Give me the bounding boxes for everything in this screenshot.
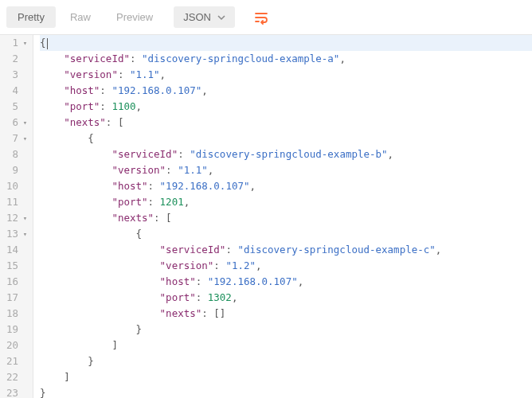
code-line[interactable]: "nexts": [] — [40, 306, 532, 322]
code-line[interactable]: "nexts": [ — [40, 115, 532, 131]
line-number: 10 — [6, 178, 26, 194]
line-number: 3 — [6, 67, 26, 83]
format-select[interactable]: JSON — [174, 6, 235, 28]
code-line[interactable]: } — [40, 353, 532, 369]
line-number: 17 — [6, 290, 26, 306]
tab-pretty[interactable]: Pretty — [6, 6, 56, 28]
wrap-icon — [254, 10, 268, 25]
code-line[interactable]: ] — [40, 338, 532, 353]
code-line[interactable]: "version": "1.1", — [40, 67, 532, 83]
response-toolbar: Pretty Raw Preview JSON — [0, 0, 532, 35]
code-line[interactable]: { — [40, 226, 532, 242]
line-number: 18 — [6, 306, 26, 322]
line-number: 15 — [6, 258, 26, 274]
code-line[interactable]: "host": "192.168.0.107", — [40, 178, 532, 194]
code-line[interactable]: "port": 1302, — [40, 290, 532, 306]
wrap-toggle-button[interactable] — [246, 6, 276, 29]
code-line[interactable]: } — [40, 385, 532, 398]
line-number: 9 — [6, 162, 26, 178]
line-number: 11 — [6, 194, 26, 210]
tab-raw[interactable]: Raw — [59, 6, 102, 28]
line-number: 7 — [6, 131, 26, 146]
code-line[interactable]: "version": "1.1", — [40, 162, 532, 178]
line-number: 16 — [6, 274, 26, 290]
code-line[interactable]: "version": "1.2", — [40, 258, 532, 274]
code-line[interactable]: { — [40, 131, 532, 146]
chevron-down-icon — [217, 14, 225, 21]
line-number: 2 — [6, 51, 26, 67]
tab-preview[interactable]: Preview — [105, 6, 164, 28]
code-line[interactable]: "host": "192.168.0.107", — [40, 83, 532, 99]
code-line[interactable]: "serviceId": "discovery-springcloud-exam… — [40, 51, 532, 67]
code-line[interactable]: ] — [40, 369, 532, 385]
line-number: 21 — [6, 353, 26, 369]
code-line[interactable]: "host": "192.168.0.107", — [40, 274, 532, 290]
code-content[interactable]: { "serviceId": "discovery-springcloud-ex… — [33, 35, 532, 398]
code-line[interactable]: "serviceId": "discovery-springcloud-exam… — [40, 146, 532, 162]
code-line[interactable]: "port": 1201, — [40, 194, 532, 210]
line-number: 20 — [6, 338, 26, 353]
format-select-label: JSON — [183, 11, 211, 23]
line-number: 6 — [6, 115, 26, 131]
line-number: 8 — [6, 146, 26, 162]
code-line[interactable]: "port": 1100, — [40, 99, 532, 115]
line-number: 14 — [6, 242, 26, 258]
line-number: 5 — [6, 99, 26, 115]
line-number: 12 — [6, 210, 26, 226]
line-number: 19 — [6, 322, 26, 338]
code-line[interactable]: "serviceId": "discovery-springcloud-exam… — [40, 242, 532, 258]
line-number: 1 — [6, 35, 26, 51]
line-number: 22 — [6, 369, 26, 385]
line-number: 13 — [6, 226, 26, 242]
code-editor[interactable]: 1234567891011121314151617181920212223 { … — [0, 35, 532, 398]
code-line[interactable]: "nexts": [ — [40, 210, 532, 226]
line-number: 4 — [6, 83, 26, 99]
code-line[interactable]: { — [40, 35, 532, 51]
line-number: 23 — [6, 385, 26, 398]
line-number-gutter: 1234567891011121314151617181920212223 — [0, 35, 33, 398]
code-line[interactable]: } — [40, 322, 532, 338]
